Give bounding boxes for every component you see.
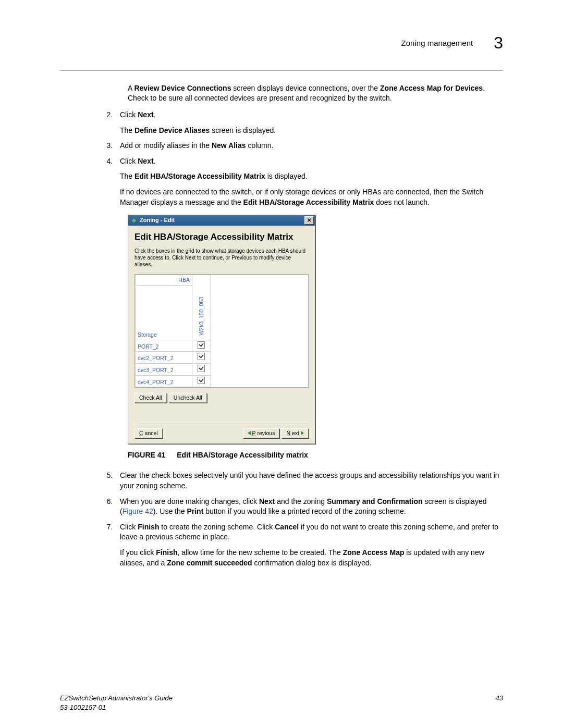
storage-header: Storage [136, 285, 192, 340]
section-title: Zoning management [401, 38, 473, 48]
arrow-left-icon [248, 431, 251, 435]
matrix-row: dvc2_PORT_2 [136, 352, 211, 364]
chapter-number: 3 [494, 31, 503, 55]
check-all-button[interactable]: Check All [134, 393, 167, 403]
step-6: When you are done making changes, click … [115, 497, 503, 517]
next-button[interactable]: Next [282, 428, 309, 438]
step-7: Click Finish to create the zoning scheme… [115, 522, 503, 568]
matrix-row: dvc4_PORT_2 [136, 375, 211, 387]
cancel-button[interactable]: Cancel [134, 428, 163, 438]
matrix-checkbox[interactable] [198, 353, 205, 360]
step-5: Clear the check boxes selectively until … [115, 471, 503, 491]
accessibility-matrix: HBA W2k3_150_063 Storage PORT_2 dvc2_POR… [134, 274, 309, 388]
previous-button[interactable]: Previous [243, 428, 280, 438]
footer-left: EZSwitchSetup Administrator's Guide 53-1… [60, 694, 173, 712]
steps-list-bottom: Clear the check boxes selectively until … [115, 471, 503, 568]
step-4: Click Next. The Edit HBA/Storage Accessi… [115, 156, 503, 207]
step-2: Click Next. The Define Device Aliases sc… [115, 110, 503, 135]
close-button[interactable]: ✕ [304, 216, 314, 225]
matrix-checkbox[interactable] [198, 341, 205, 349]
figure-42-link[interactable]: Figure 42 [123, 507, 153, 515]
hba-column-header: W2k3_150_063 [192, 275, 210, 340]
matrix-checkbox[interactable] [198, 377, 205, 384]
page-header: Zoning management 3 [60, 31, 503, 55]
step-3: Add or modify aliases in the New Alias c… [115, 141, 503, 151]
dialog-description: Click the boxes in the grid to show what… [134, 248, 309, 268]
page-number: 43 [496, 694, 503, 712]
arrow-right-icon [301, 431, 304, 435]
dialog-title: Zoning - Edit [140, 216, 175, 224]
steps-list-top: Click Next. The Define Device Aliases sc… [115, 110, 503, 207]
figure-41: Zoning - Edit ✕ Edit HBA/Storage Accessi… [128, 215, 503, 460]
matrix-checkbox[interactable] [198, 365, 205, 372]
intro-paragraph: A Review Device Connections screen displ… [128, 83, 503, 104]
matrix-row: PORT_2 [136, 340, 211, 352]
figure-title: Edit HBA/Storage Accessibility matrix [177, 451, 308, 459]
figure-label: FIGURE 41 [128, 451, 165, 459]
hba-header: HBA [136, 275, 192, 285]
app-icon [130, 217, 138, 224]
figure-caption: FIGURE 41 Edit HBA/Storage Accessibility… [128, 450, 503, 461]
dialog-heading: Edit HBA/Storage Accessibility Matrix [134, 231, 309, 243]
matrix-row: dvc3_PORT_2 [136, 364, 211, 376]
uncheck-all-button[interactable]: Uncheck All [169, 393, 207, 403]
zoning-edit-dialog: Zoning - Edit ✕ Edit HBA/Storage Accessi… [128, 215, 315, 444]
header-rule [60, 70, 503, 71]
dialog-titlebar: Zoning - Edit ✕ [128, 215, 315, 226]
page-footer: EZSwitchSetup Administrator's Guide 53-1… [60, 694, 503, 712]
